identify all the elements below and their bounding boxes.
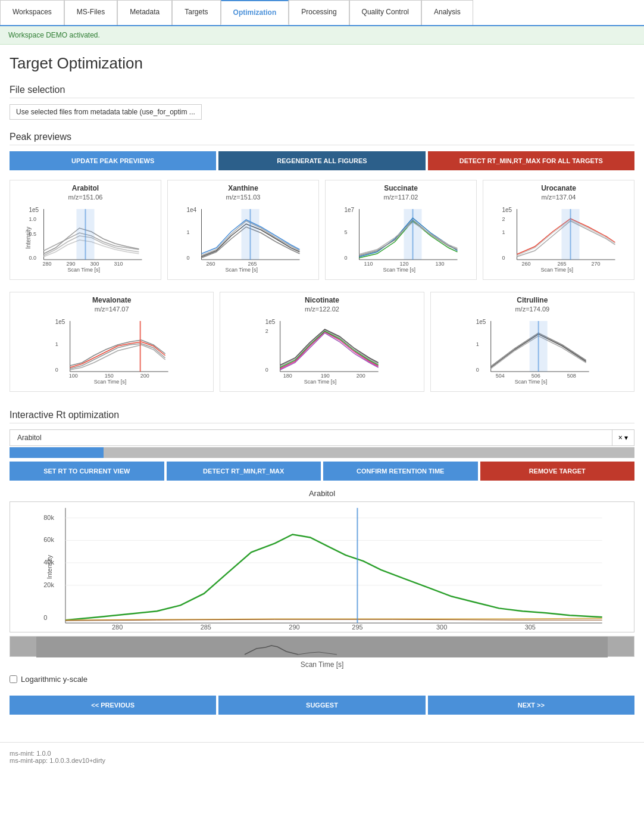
ytick: 5 [345, 229, 348, 235]
rt-minimap-svg [10, 637, 634, 657]
xtick: 200 [357, 373, 365, 379]
ytick-60k: 60k [43, 536, 54, 543]
y-axis-label: Intensity [46, 554, 53, 579]
footer: ms-mint: 1.0.0 ms-mint-app: 1.0.0.3.dev1… [0, 742, 644, 771]
ytick: 0 [55, 367, 58, 373]
slider-blue-portion [10, 447, 104, 458]
xtick: 300 [90, 261, 99, 267]
rt-minimap[interactable] [10, 636, 634, 657]
nav-metadata[interactable]: Metadata [117, 0, 172, 25]
chart-xanthine-svg: 1e4 1 0 260 265 Scan Time [s] [171, 203, 315, 275]
target-slider[interactable] [10, 447, 634, 458]
ytick: 0 [345, 255, 348, 261]
ytick: 2 [502, 216, 505, 222]
chart-xanthine: Xanthine m/z=151.03 1e4 1 0 260 265 Scan… [167, 180, 319, 280]
chart-xanthine-title: Xanthine [171, 184, 315, 192]
previous-button[interactable]: << PREVIOUS [10, 696, 216, 715]
svg-rect-24 [529, 321, 547, 372]
ytick: 1 [55, 341, 58, 347]
chart-arabitol: Arabitol m/z=151.06 1e5 Intensity 1.0 0.… [10, 180, 161, 280]
target-selector: Arabitol × ▾ [10, 429, 634, 446]
chart-mevalonate-title: Mevalonate [14, 296, 210, 304]
log-scale-label: Logarithmic y-scale [21, 675, 87, 684]
chart-mevalonate-svg: 1e5 1 0 100 150 200 Scan Time [s] [14, 315, 210, 386]
xtick: 260 [522, 261, 531, 267]
chart-arabitol-y-label: Intensity [25, 227, 32, 249]
scale: 1e4 [187, 207, 197, 213]
ytick-0: 0 [43, 614, 47, 621]
file-selection-section: File selection Use selected files from m… [10, 85, 634, 120]
chart-nicotinate-title: Nicotinate [224, 296, 420, 304]
chart-nicotinate: Nicotinate m/z=122.02 1e5 2 0 180 190 20… [220, 292, 424, 392]
xtick: 260 [207, 261, 215, 267]
ytick-20k: 20k [43, 581, 54, 588]
xtick: 150 [105, 373, 114, 379]
file-selection-title: File selection [10, 85, 634, 98]
ytick: 0 [502, 255, 505, 261]
x-axis-label: Scan Time [s] [383, 267, 416, 273]
file-select-button[interactable]: Use selected files from metadata table (… [10, 104, 202, 120]
svg-rect-7 [242, 209, 260, 260]
log-scale-checkbox[interactable] [10, 675, 17, 683]
next-button[interactable]: NEXT >> [428, 696, 634, 715]
footer-line1: ms-mint: 1.0.0 [10, 750, 634, 757]
nav-workspaces[interactable]: Workspaces [0, 0, 64, 25]
chart-citrulline: Citrulline m/z=174.09 1e5 1 0 504 506 50… [430, 292, 634, 392]
nav-analysis[interactable]: Analysis [421, 0, 473, 25]
chart-urocanate-svg: 1e5 2 1 0 260 265 270 Scan Time [s] [487, 203, 630, 275]
chart-arabitol-title: Arabitol [14, 184, 157, 192]
xtick: 130 [436, 261, 445, 267]
xtick: 508 [567, 373, 576, 379]
x-axis-label: Scan Time [s] [68, 267, 101, 273]
xtick: 180 [283, 373, 292, 379]
update-peak-previews-button[interactable]: UPDATE PEAK PREVIEWS [10, 151, 216, 170]
xtick-305: 305 [525, 624, 536, 631]
chart-arabitol-scale: 1e5 [29, 207, 39, 213]
chart-nicotinate-svg: 1e5 2 0 180 190 200 Scan Time [s] [224, 315, 420, 386]
rt-chart-area: 80k 60k 40k 20k 0 Intensity [10, 501, 634, 632]
remove-target-button[interactable]: REMOVE TARGET [480, 462, 635, 481]
chart-succinate-title: Succinate [329, 184, 473, 192]
chart-succinate-svg: 1e7 5 0 110 120 130 Scan Time [s] [329, 203, 473, 275]
chart-citrulline-subtitle: m/z=174.09 [434, 306, 630, 313]
ytick-80k: 80k [43, 514, 54, 521]
xtick: 265 [558, 261, 567, 267]
ytick: 0 [476, 367, 479, 373]
detect-rt-all-button[interactable]: DETECT RT_MIN,RT_MAX FOR ALL TARGETS [428, 151, 634, 170]
nav-buttons: << PREVIOUS SUGGEST NEXT >> [10, 696, 634, 715]
xtick: 100 [69, 373, 78, 379]
xtick-285: 285 [201, 624, 211, 631]
ytick: 1 [187, 229, 190, 235]
nav-targets[interactable]: Targets [172, 0, 220, 25]
rt-optimization-section: Interactive Rt optimization Arabitol × ▾… [10, 410, 634, 715]
xtick-280: 280 [112, 624, 123, 631]
nav-processing[interactable]: Processing [289, 0, 349, 25]
nav-optimization[interactable]: Optimization [221, 0, 289, 25]
regenerate-all-figures-button[interactable]: REGENERATE ALL FIGURES [218, 151, 425, 170]
slider-gray-portion [104, 447, 635, 458]
detect-rt-button[interactable]: DETECT RT_MIN,RT_MAX [167, 462, 321, 481]
nav-quality-control[interactable]: Quality Control [349, 0, 421, 25]
ytick: 0 [187, 255, 190, 261]
chart-urocanate-subtitle: m/z=137.04 [487, 194, 630, 201]
peak-previews-title: Peak previews [10, 132, 634, 145]
xtick: 265 [248, 261, 257, 267]
chart-urocanate-title: Urocanate [487, 184, 630, 192]
set-rt-button[interactable]: SET RT TO CURRENT VIEW [10, 462, 164, 481]
xtick: 270 [592, 261, 601, 267]
nav-ms-files[interactable]: MS-Files [64, 0, 117, 25]
xtick-295: 295 [352, 624, 362, 631]
peak-previews-section: Peak previews UPDATE PEAK PREVIEWS REGEN… [10, 132, 634, 392]
workspace-banner: Workspace DEMO activated. [0, 26, 644, 45]
x-axis-label: Scan Time [s] [226, 267, 258, 273]
charts-row-2: Mevalonate m/z=147.07 1e5 1 0 100 150 20… [10, 292, 634, 392]
x-axis-label: Scan Time [s] [541, 267, 574, 273]
xtick: 190 [321, 373, 330, 379]
chart-arabitol-svg: 1e5 Intensity 1.0 0.5 0.0 280 290 300 31… [14, 203, 157, 275]
suggest-button[interactable]: SUGGEST [218, 696, 425, 715]
main-content: Target Optimization File selection Use s… [0, 45, 644, 742]
chart-mevalonate-subtitle: m/z=147.07 [14, 306, 210, 313]
target-close-button[interactable]: × ▾ [612, 430, 634, 445]
confirm-rt-button[interactable]: CONFIRM RETENTION TIME [323, 462, 478, 481]
xtick: 110 [364, 261, 373, 267]
